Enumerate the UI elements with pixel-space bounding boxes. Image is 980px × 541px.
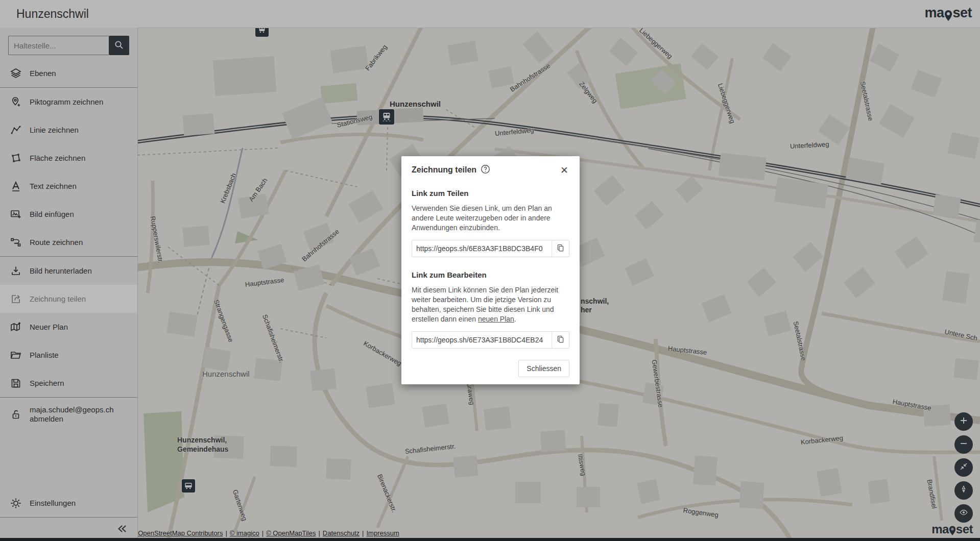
close-button[interactable]: Schliessen [518, 360, 569, 377]
copy-icon [556, 335, 565, 345]
help-icon [481, 164, 490, 176]
copy-icon [556, 243, 565, 254]
copy-share-link-button[interactable] [552, 240, 569, 257]
help-button[interactable] [481, 164, 490, 176]
edit-link-description: Mit diesem Link können Sie den Plan jede… [412, 285, 569, 324]
share-dialog: Zeichnung teilen ✕ Link zum Teilen Verwe… [401, 156, 580, 384]
share-link-input[interactable] [412, 240, 552, 257]
dialog-title: Zeichnung teilen [412, 165, 476, 175]
share-link-heading: Link zum Teilen [412, 189, 569, 198]
new-plan-link[interactable]: neuen Plan [478, 315, 514, 323]
edit-link-heading: Link zum Bearbeiten [412, 270, 569, 279]
close-dialog-button[interactable]: ✕ [559, 165, 569, 175]
edit-link-input[interactable] [412, 332, 552, 348]
close-icon: ✕ [560, 165, 568, 176]
share-link-description: Verwenden Sie diesen Link, um den Plan a… [412, 204, 569, 233]
copy-edit-link-button[interactable] [552, 332, 569, 348]
